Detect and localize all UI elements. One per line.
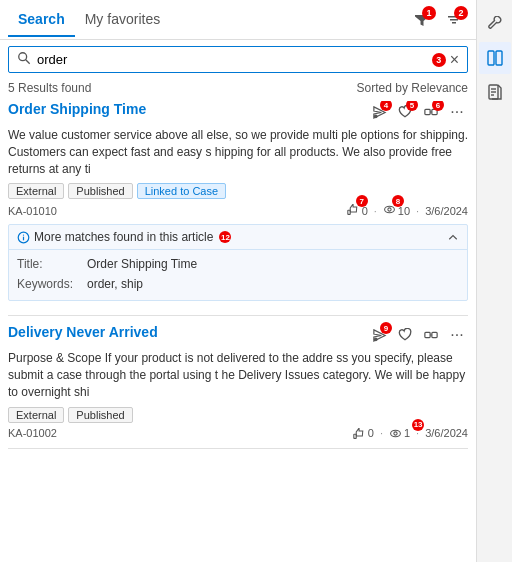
send-icon[interactable]: 4 <box>368 101 390 123</box>
tab-icons: 1 2 <box>408 6 468 34</box>
action-badge-9: 9 <box>380 322 392 334</box>
likes-stat: 0 <box>353 427 374 440</box>
article-body: Purpose & Scope If your product is not d… <box>8 350 468 400</box>
article-header: Delivery Never Arrived 9 ··· <box>8 324 468 346</box>
svg-rect-20 <box>496 51 502 65</box>
action-badge-5: 5 <box>406 101 418 111</box>
article-date: 3/6/2024 <box>425 427 468 439</box>
svg-rect-6 <box>347 211 349 215</box>
heart-icon[interactable]: 5 <box>394 101 416 123</box>
clear-search-button[interactable]: × <box>450 52 459 68</box>
main-content: Search My favorites 1 2 3 × 5 Results fo… <box>0 0 476 562</box>
search-badge: 3 <box>432 53 446 67</box>
more-options-icon[interactable]: ··· <box>446 324 468 346</box>
tag-external: External <box>8 407 64 423</box>
send-icon[interactable]: 9 <box>368 324 390 346</box>
dot-separator: · <box>416 205 419 217</box>
tab-favorites[interactable]: My favorites <box>75 3 170 37</box>
svg-point-0 <box>19 53 27 61</box>
svg-rect-13 <box>425 333 430 338</box>
article-body: We value customer service above all else… <box>8 127 468 177</box>
sort-badge: 2 <box>454 6 468 20</box>
ka-id: KA-01010 <box>8 205 57 217</box>
sort-button[interactable]: 2 <box>440 6 468 34</box>
svg-rect-19 <box>488 51 494 65</box>
meta-right: 7 0 · 8 10 · 3/6/2024 <box>347 203 468 218</box>
article-actions: 9 ··· <box>368 324 468 346</box>
results-info: 5 Results found Sorted by Relevance <box>0 79 476 101</box>
heart-icon[interactable] <box>394 324 416 346</box>
views-stat: 13 1 <box>389 427 410 440</box>
collapse-icon <box>447 231 459 243</box>
sidebar-document-button[interactable] <box>479 76 511 108</box>
meta-left: KA-01010 <box>8 205 57 217</box>
dot-separator: · <box>374 205 377 217</box>
more-matches-body: Title: Order Shipping Time Keywords: ord… <box>9 249 467 300</box>
likes-stat: 7 0 <box>347 203 368 218</box>
sidebar-wrench-button[interactable] <box>479 8 511 40</box>
svg-point-18 <box>394 432 397 435</box>
svg-point-11 <box>23 234 24 235</box>
meta-right: 0 · 13 1 · 3/6/2024 <box>353 427 468 440</box>
article-header: Order Shipping Time 4 5 6 ··· <box>8 101 468 123</box>
more-matches-toggle[interactable]: More matches found in this article 12 <box>9 225 467 249</box>
svg-rect-14 <box>432 333 437 338</box>
search-input[interactable] <box>37 52 430 67</box>
match-keywords-label: Keywords: <box>17 277 87 291</box>
svg-rect-16 <box>354 434 356 438</box>
more-matches-text: More matches found in this article <box>34 230 213 244</box>
views-stat: 8 10 <box>383 203 410 218</box>
dot-separator: · <box>380 427 383 439</box>
article-title[interactable]: Order Shipping Time <box>8 101 368 117</box>
match-keywords-value: order, ship <box>87 277 143 291</box>
eye-icon: 8 <box>383 203 396 218</box>
tag-external: External <box>8 183 64 199</box>
meta-badge-7: 7 <box>356 195 368 207</box>
tag-published: Published <box>68 183 132 199</box>
filter-badge: 1 <box>422 6 436 20</box>
results-count: 5 Results found <box>8 81 91 95</box>
action-badge-4: 4 <box>380 101 392 111</box>
meta-badge-13: 13 <box>412 419 424 431</box>
tags-row: External Published <box>8 407 468 423</box>
more-matches-label-wrap: More matches found in this article 12 <box>17 230 231 244</box>
tab-search[interactable]: Search <box>8 3 75 37</box>
match-title-value: Order Shipping Time <box>87 257 197 271</box>
svg-rect-3 <box>425 109 430 114</box>
filter-button[interactable]: 1 <box>408 6 436 34</box>
search-icon <box>17 51 31 68</box>
thumbsup-icon: 7 <box>347 203 360 218</box>
results-scroll[interactable]: Order Shipping Time 4 5 6 ··· <box>0 101 476 562</box>
svg-point-17 <box>391 430 401 437</box>
action-badge-6: 6 <box>432 101 444 111</box>
meta-row: KA-01002 0 · 13 1 · 3/6/2024 <box>8 427 468 440</box>
tag-linked-to-case: Linked to Case <box>137 183 226 199</box>
sidebar-columns-button[interactable] <box>479 42 511 74</box>
likes-count: 0 <box>368 427 374 439</box>
more-options-icon[interactable]: ··· <box>446 101 468 123</box>
views-count: 1 <box>404 427 410 439</box>
meta-left: KA-01002 <box>8 427 57 439</box>
link-icon[interactable]: 6 <box>420 101 442 123</box>
article-title[interactable]: Delivery Never Arrived <box>8 324 368 340</box>
article-card: Delivery Never Arrived 9 ··· Purpose & S… <box>8 324 468 448</box>
match-title-row: Title: Order Shipping Time <box>17 254 459 274</box>
link-icon[interactable] <box>420 324 442 346</box>
tabs-bar: Search My favorites 1 2 <box>0 0 476 40</box>
article-card: Order Shipping Time 4 5 6 ··· <box>8 101 468 316</box>
article-date: 3/6/2024 <box>425 205 468 217</box>
svg-point-8 <box>388 208 391 211</box>
search-bar: 3 × <box>8 46 468 73</box>
match-title-label: Title: <box>17 257 87 271</box>
match-keywords-row: Keywords: order, ship <box>17 274 459 294</box>
more-matches-badge: 12 <box>219 231 231 243</box>
article-actions: 4 5 6 ··· <box>368 101 468 123</box>
svg-point-12 <box>373 337 377 341</box>
more-matches-section: More matches found in this article 12 Ti… <box>8 224 468 301</box>
ka-id: KA-01002 <box>8 427 57 439</box>
right-sidebar <box>476 0 512 562</box>
tag-published: Published <box>68 407 132 423</box>
svg-line-1 <box>26 60 30 64</box>
svg-point-2 <box>373 114 377 118</box>
results-sort: Sorted by Relevance <box>357 81 468 95</box>
